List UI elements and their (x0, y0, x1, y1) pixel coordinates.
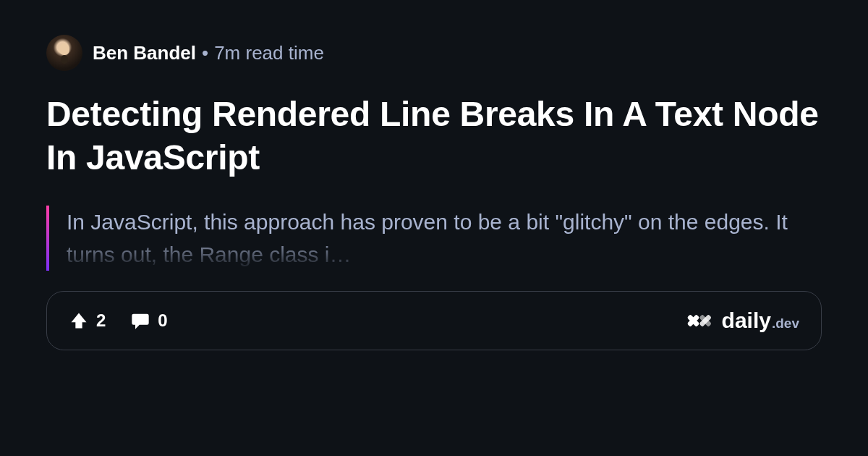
author-name[interactable]: Ben Bandel (93, 42, 196, 64)
comment-count: 0 (158, 311, 167, 331)
upvote-button[interactable]: 2 (69, 311, 106, 331)
excerpt-block: In JavaScript, this approach has proven … (46, 206, 822, 271)
post-card: Ben Bandel • 7m read time Detecting Rend… (0, 0, 868, 456)
post-excerpt: In JavaScript, this approach has proven … (67, 206, 822, 271)
post-footer: 2 0 daily.dev (46, 291, 822, 350)
author-avatar[interactable] (46, 35, 82, 71)
author-line: Ben Bandel • 7m read time (93, 42, 324, 64)
comment-button[interactable]: 0 (130, 311, 167, 331)
brand[interactable]: daily.dev (684, 306, 799, 335)
upvote-count: 2 (96, 311, 106, 331)
meta-separator: • (202, 42, 208, 64)
post-title[interactable]: Detecting Rendered Line Breaks In A Text… (46, 93, 822, 180)
brand-suffix: .dev (772, 316, 799, 332)
upvote-icon (69, 311, 89, 331)
post-header: Ben Bandel • 7m read time (46, 35, 822, 71)
stats-group: 2 0 (69, 311, 168, 331)
brand-text: daily.dev (722, 308, 799, 333)
brand-name: daily (722, 308, 771, 333)
brand-logo-icon (684, 306, 713, 335)
read-time: 7m read time (214, 42, 324, 64)
comment-icon (130, 311, 150, 331)
